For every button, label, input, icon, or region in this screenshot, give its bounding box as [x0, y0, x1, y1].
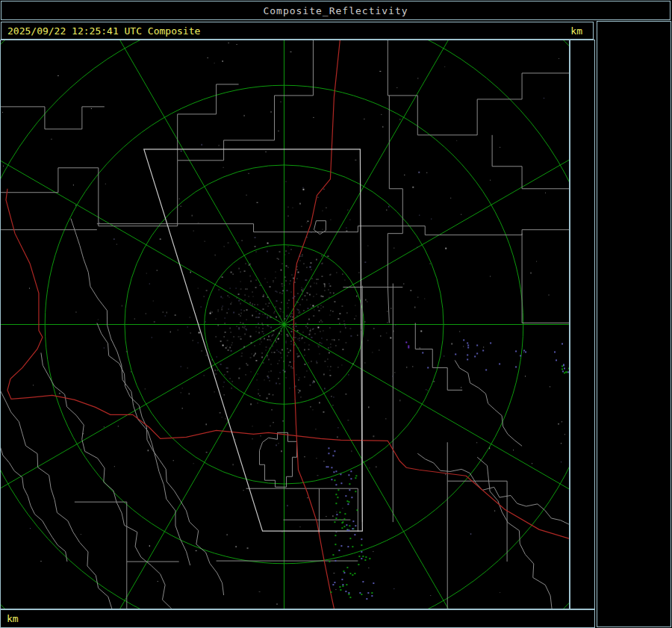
echo-pixel	[361, 544, 362, 546]
echo-pixel	[347, 546, 349, 547]
echo-pixel	[485, 369, 487, 370]
echo-pixel	[467, 342, 468, 343]
echo-pixel	[355, 525, 356, 526]
echo-pixel	[334, 479, 335, 481]
echo-pixel	[349, 525, 350, 526]
echo-pixel	[346, 584, 347, 585]
echo-pixel	[337, 497, 338, 498]
echo-pixel	[341, 527, 343, 529]
echo-pixel	[463, 339, 464, 341]
echo-pixel	[482, 349, 484, 351]
echo-pixel	[348, 501, 349, 503]
echo-pixel	[349, 538, 351, 539]
echo-pixel	[520, 355, 521, 356]
echo-pixel	[361, 558, 362, 559]
echo-pixel	[348, 592, 349, 594]
echo-pixel	[562, 370, 564, 372]
echo-pixel	[342, 584, 343, 585]
echo-pixel	[467, 346, 469, 348]
echo-pixel	[554, 351, 556, 352]
radar-map[interactable]	[0, 40, 570, 609]
echo-pixel	[361, 594, 362, 595]
echo-pixel	[343, 526, 345, 527]
echo-pixel	[343, 571, 344, 572]
echo-pixel	[326, 466, 327, 467]
echo-pixel	[347, 503, 349, 505]
echo-pixel	[567, 371, 569, 373]
echo-pixel	[342, 585, 343, 587]
x-axis-unit-label: km	[7, 613, 19, 624]
echo-pixel	[340, 473, 341, 475]
radar-canvas[interactable]	[1, 40, 569, 609]
echo-pixel	[348, 474, 349, 476]
echo-pixel	[349, 597, 351, 598]
echo-pixel	[329, 561, 330, 562]
y-axis-unit-label: km	[570, 25, 582, 37]
echo-pixel	[474, 355, 476, 357]
echo-pixel	[362, 581, 364, 582]
echo-pixel	[343, 518, 345, 520]
echo-pixel	[355, 475, 357, 476]
echo-pixel	[349, 489, 350, 491]
echo-pixel	[405, 341, 407, 343]
echo-pixel	[564, 367, 565, 369]
echo-pixel	[467, 344, 469, 346]
echo-pixel	[331, 467, 332, 468]
echo-pixel	[330, 591, 332, 593]
echo-pixel	[335, 560, 336, 562]
echo-pixel	[337, 489, 339, 491]
echo-pixel	[359, 592, 361, 594]
echo-pixel	[525, 351, 526, 352]
echo-pixel	[467, 358, 468, 360]
echo-pixel	[340, 589, 341, 591]
echo-pixel	[344, 513, 346, 514]
echo-pixel	[369, 558, 370, 559]
echo-pixel	[335, 484, 337, 485]
echo-pixel	[332, 554, 334, 556]
echo-pixel	[358, 556, 360, 557]
echo-pixel	[354, 534, 355, 535]
echo-pixel	[408, 346, 409, 348]
echo-pixel	[343, 572, 345, 573]
echo-pixel	[352, 546, 353, 547]
echo-pixel	[339, 512, 340, 513]
echo-pixel	[350, 478, 352, 479]
echo-pixel	[490, 342, 491, 343]
echo-pixel	[371, 592, 373, 594]
echo-pixel	[422, 352, 423, 353]
echo-pixel	[568, 367, 569, 369]
echo-pixel	[564, 372, 565, 373]
colour-scale-panel	[597, 21, 671, 627]
echo-pixel	[335, 494, 337, 495]
echo-pixel	[351, 497, 352, 498]
echo-pixel	[476, 352, 478, 354]
echo-pixel	[408, 345, 409, 346]
echo-pixel	[334, 450, 335, 452]
echo-pixel	[364, 559, 366, 561]
range-rings	[1, 40, 569, 609]
x-axis: km	[0, 609, 595, 628]
echo-pixel	[340, 482, 342, 484]
echo-pixel	[561, 368, 563, 370]
echo-pixel	[476, 344, 478, 346]
echo-pixel	[427, 367, 429, 368]
echo-pixel	[348, 594, 349, 595]
echo-pixel	[561, 365, 563, 367]
echo-pixel	[335, 470, 337, 472]
echo-pixel	[335, 517, 337, 519]
echo-pixel	[340, 545, 342, 547]
echo-pixel	[523, 349, 525, 351]
echo-pixel	[566, 371, 567, 373]
echo-pixel	[332, 584, 334, 585]
echo-pixel	[350, 470, 352, 472]
echo-pixel	[328, 447, 329, 449]
echo-pixel	[348, 529, 349, 531]
echo-pixel	[455, 353, 456, 355]
echo-pixel	[367, 592, 369, 594]
echo-pixel	[341, 522, 343, 523]
echo-pixel	[341, 579, 343, 580]
echo-pixel	[515, 350, 517, 352]
echo-pixel	[346, 567, 348, 568]
title-bar: Composite_Reflectivity	[1, 1, 671, 20]
echo-pixel	[499, 363, 500, 364]
